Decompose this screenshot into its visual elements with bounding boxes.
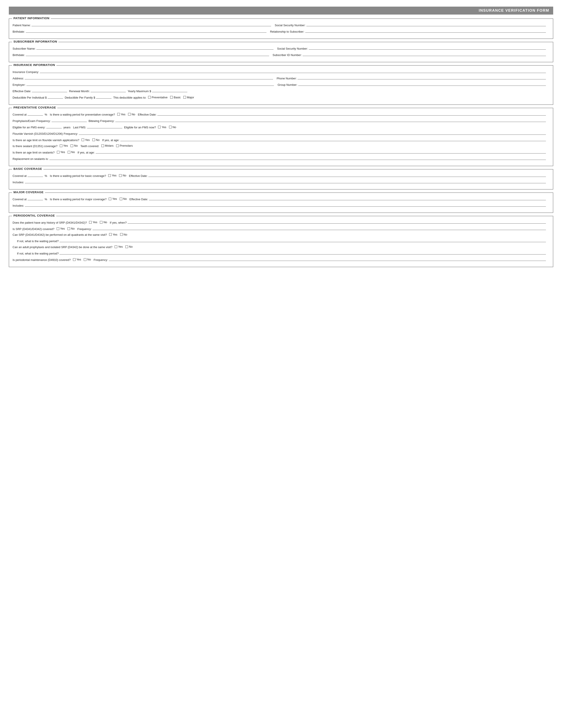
patient-ssn-field[interactable] xyxy=(306,23,546,26)
prev-fms-every-field[interactable] xyxy=(46,125,62,128)
major-checkbox[interactable] xyxy=(183,96,186,99)
prev-age-limit-fluoride-label: Is there an age limit on flouride varnis… xyxy=(13,138,79,142)
perio-srp-no-label[interactable]: No xyxy=(67,227,75,230)
subscriber-ssn-field[interactable] xyxy=(309,46,546,50)
perio-maint-yes-checkbox[interactable] xyxy=(73,258,76,261)
subscriber-birthdate-field[interactable] xyxy=(26,52,269,56)
prev-sealant-yes-checkbox[interactable] xyxy=(60,144,62,147)
perio-quad-yes-label[interactable]: Yes xyxy=(109,233,117,236)
insurance-effective-field[interactable] xyxy=(32,89,67,92)
prev-age-yes-checkbox[interactable] xyxy=(82,138,84,141)
prev-covered-field[interactable] xyxy=(28,112,43,116)
major-no-checkbox[interactable] xyxy=(120,198,122,200)
perio-maint-no-checkbox[interactable] xyxy=(84,258,86,261)
prev-sealant-age-yes-checkbox[interactable] xyxy=(57,151,60,153)
prev-yes-label[interactable]: Yes xyxy=(117,113,125,116)
perio-maint-frequency-field[interactable] xyxy=(109,257,546,261)
basic-yes-checkbox[interactable] xyxy=(108,174,111,177)
perio-adult-yes-label[interactable]: Yes xyxy=(115,245,123,248)
major-no-label[interactable]: No xyxy=(120,197,127,200)
prev-bitewing-field[interactable] xyxy=(115,118,546,122)
perio-maint-yes-label[interactable]: Yes xyxy=(73,258,81,261)
prev-replacement-field[interactable] xyxy=(49,156,546,160)
basic-no-label[interactable]: No xyxy=(119,174,126,177)
perio-if-yes-when-field[interactable] xyxy=(128,220,546,224)
prev-yes-checkbox[interactable] xyxy=(117,113,120,116)
basic-includes-field[interactable] xyxy=(25,180,546,183)
major-covered-field[interactable] xyxy=(28,197,43,200)
perio-quad-no-checkbox[interactable] xyxy=(120,233,123,236)
perio-adult-no-label[interactable]: No xyxy=(125,245,133,248)
major-checkbox-label[interactable]: Major xyxy=(183,96,194,99)
prev-age-yes-label[interactable]: Yes xyxy=(82,138,90,142)
perio-srp-yes-checkbox[interactable] xyxy=(57,227,59,230)
prev-age-no-checkbox[interactable] xyxy=(92,138,95,141)
patient-relationship-field[interactable] xyxy=(305,29,546,33)
major-includes-field[interactable] xyxy=(25,203,546,207)
deductible-family-field[interactable] xyxy=(96,95,112,99)
basic-yes-text: Yes xyxy=(112,174,116,177)
insurance-yearly-max-field[interactable] xyxy=(152,89,187,92)
prev-sealant-age-yes-label[interactable]: Yes xyxy=(57,150,65,154)
prev-sealant-age-no-checkbox[interactable] xyxy=(68,151,70,153)
prev-fluoride-field[interactable] xyxy=(79,131,546,135)
insurance-employer-field[interactable] xyxy=(26,82,274,86)
perio-waiting2-field[interactable] xyxy=(60,251,546,255)
prev-fms-no-label[interactable]: No xyxy=(169,125,176,129)
insurance-company-field[interactable] xyxy=(40,69,546,73)
basic-covered-field[interactable] xyxy=(28,173,43,177)
patient-name-field[interactable] xyxy=(32,23,271,26)
prev-molars-checkbox[interactable] xyxy=(101,144,104,147)
deductible-individual-field[interactable] xyxy=(48,95,63,99)
perio-srp-history-yes-checkbox[interactable] xyxy=(89,221,92,224)
basic-no-checkbox[interactable] xyxy=(119,174,122,177)
prev-if-yes-age-field[interactable] xyxy=(120,138,546,141)
prev-premolars-label[interactable]: Premolars xyxy=(116,144,133,147)
perio-srp-history-no-label[interactable]: No xyxy=(100,221,107,224)
prev-no-checkbox[interactable] xyxy=(128,113,131,116)
prev-fms-no-checkbox[interactable] xyxy=(169,126,172,128)
prev-last-fms-field[interactable] xyxy=(87,125,122,128)
prev-premolars-checkbox[interactable] xyxy=(116,144,119,147)
perio-quad-yes-checkbox[interactable] xyxy=(109,233,112,236)
prev-sealant-age-no-label[interactable]: No xyxy=(68,150,75,154)
prev-sealant-yes-label[interactable]: Yes xyxy=(60,144,68,147)
major-yes-checkbox[interactable] xyxy=(109,198,111,200)
subscriber-id-field[interactable] xyxy=(302,52,546,56)
insurance-group-field[interactable] xyxy=(298,82,546,86)
prev-prophylaxis-field[interactable] xyxy=(52,118,87,122)
perio-waiting-field[interactable] xyxy=(60,239,546,242)
basic-effective-field[interactable] xyxy=(148,173,546,177)
insurance-address-field[interactable] xyxy=(25,76,273,79)
prev-sealant-no-checkbox[interactable] xyxy=(71,144,73,147)
subscriber-name-field[interactable] xyxy=(36,46,274,50)
perio-adult-no-checkbox[interactable] xyxy=(125,245,128,248)
insurance-renewal-field[interactable] xyxy=(91,89,126,92)
major-yes-label[interactable]: Yes xyxy=(109,197,117,200)
perio-srp-no-checkbox[interactable] xyxy=(67,227,70,230)
prev-molars-label[interactable]: Molars xyxy=(101,144,114,147)
prev-fms-yes-checkbox[interactable] xyxy=(158,126,161,128)
prev-sealant-no-text: No xyxy=(74,144,78,147)
prev-fms-yes-label[interactable]: Yes xyxy=(158,125,166,129)
perio-srp-history-yes-label[interactable]: Yes xyxy=(89,221,97,224)
basic-yes-label[interactable]: Yes xyxy=(108,174,116,177)
preventative-checkbox[interactable] xyxy=(148,96,151,99)
prev-effective-field[interactable] xyxy=(157,112,546,116)
insurance-phone-field[interactable] xyxy=(297,76,546,79)
major-effective-field[interactable] xyxy=(149,197,546,200)
perio-srp-yes-label[interactable]: Yes xyxy=(57,227,65,230)
patient-birthdate-field[interactable] xyxy=(26,29,267,33)
perio-srp-frequency-field[interactable] xyxy=(93,226,546,230)
prev-if-yes-at-age-field[interactable] xyxy=(96,150,546,153)
preventative-checkbox-label[interactable]: Preventative xyxy=(148,96,168,99)
basic-checkbox[interactable] xyxy=(170,96,173,99)
perio-adult-yes-checkbox[interactable] xyxy=(115,245,117,248)
prev-no-label[interactable]: No xyxy=(128,113,135,116)
perio-maint-no-label[interactable]: No xyxy=(84,258,91,261)
prev-sealant-no-label[interactable]: No xyxy=(71,144,78,147)
basic-checkbox-label[interactable]: Basic xyxy=(170,96,181,99)
perio-quad-no-label[interactable]: No xyxy=(120,233,127,236)
perio-srp-history-no-checkbox[interactable] xyxy=(100,221,103,224)
prev-age-no-label[interactable]: No xyxy=(92,138,100,142)
